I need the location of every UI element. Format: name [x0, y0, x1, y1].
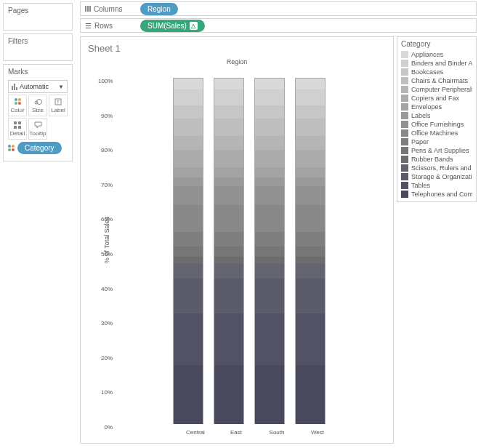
bar-segment[interactable]: [296, 205, 325, 232]
bar-segment[interactable]: [255, 79, 284, 89]
bar-segment[interactable]: [296, 177, 325, 186]
bar-segment[interactable]: [174, 205, 203, 232]
bar-segment[interactable]: [296, 167, 325, 177]
marks-label-button[interactable]: T Label: [49, 95, 68, 116]
bar-segment[interactable]: [296, 150, 325, 167]
columns-shelf[interactable]: Columns Region: [80, 1, 477, 16]
legend-item[interactable]: Envelopes: [401, 103, 472, 111]
bar-segment[interactable]: [255, 365, 284, 424]
bar-segment[interactable]: [296, 257, 325, 264]
legend-item[interactable]: Paper: [401, 137, 472, 146]
bar-segment[interactable]: [174, 257, 203, 264]
bar-segment[interactable]: [174, 136, 203, 150]
marks-color-pill[interactable]: Category: [8, 142, 68, 154]
bar-segment[interactable]: [255, 119, 284, 137]
bar-segment[interactable]: [255, 232, 284, 247]
mark-type-select[interactable]: Automatic ▼: [8, 80, 68, 93]
marks-tooltip-button[interactable]: Tooltip: [28, 118, 47, 140]
bar-segment[interactable]: [174, 279, 203, 313]
legend-item[interactable]: Office Furnishings: [401, 120, 472, 129]
bar-segment[interactable]: [214, 105, 243, 119]
bar-segment[interactable]: [214, 365, 243, 424]
bar-segment[interactable]: [296, 186, 325, 205]
stacked-bar[interactable]: [214, 78, 244, 424]
bar-segment[interactable]: [214, 247, 243, 256]
bar-segment[interactable]: [174, 232, 203, 247]
bar-segment[interactable]: [296, 247, 325, 256]
bar-segment[interactable]: [214, 205, 243, 232]
bar-segment[interactable]: [255, 105, 284, 119]
bar-segment[interactable]: [174, 105, 203, 119]
bar-segment[interactable]: [255, 177, 284, 186]
bar-segment[interactable]: [296, 232, 325, 247]
legend-item[interactable]: Scissors, Rulers and ..: [401, 164, 472, 172]
bar-segment[interactable]: [214, 150, 243, 167]
filters-shelf[interactable]: Filters: [3, 33, 73, 61]
bar-segment[interactable]: [296, 89, 325, 105]
rows-pill[interactable]: SUM(Sales) △: [140, 20, 205, 32]
bar-segment[interactable]: [174, 177, 203, 186]
legend-item[interactable]: Bookcases: [401, 68, 472, 76]
bar-segment[interactable]: [174, 89, 203, 105]
bar-segment[interactable]: [255, 186, 284, 205]
bar-segment[interactable]: [174, 167, 203, 177]
bar-segment[interactable]: [214, 313, 243, 365]
bar-segment[interactable]: [255, 313, 284, 365]
chart-plot-area[interactable]: [114, 78, 384, 424]
bar-segment[interactable]: [296, 119, 325, 137]
bar-segment[interactable]: [255, 247, 284, 256]
bar-segment[interactable]: [255, 150, 284, 167]
stacked-bar[interactable]: [254, 78, 285, 424]
columns-pill[interactable]: Region: [140, 3, 178, 15]
bar-segment[interactable]: [174, 365, 203, 424]
bar-segment[interactable]: [214, 186, 243, 205]
bar-segment[interactable]: [296, 313, 325, 365]
marks-color-button[interactable]: Color: [8, 95, 27, 116]
rows-shelf[interactable]: ☰ Rows SUM(Sales) △: [80, 18, 477, 33]
bar-segment[interactable]: [214, 279, 243, 313]
legend-item[interactable]: Pens & Art Supplies: [401, 146, 472, 155]
bar-segment[interactable]: [174, 313, 203, 365]
bar-segment[interactable]: [296, 365, 325, 424]
legend-item[interactable]: Appliances: [401, 50, 472, 59]
bar-segment[interactable]: [214, 119, 243, 137]
bar-segment[interactable]: [214, 232, 243, 247]
legend-item[interactable]: Telephones and Com..: [401, 190, 472, 199]
bar-segment[interactable]: [255, 279, 284, 313]
bar-segment[interactable]: [214, 177, 243, 186]
legend-item[interactable]: Labels: [401, 111, 472, 120]
legend-item[interactable]: Office Machines: [401, 129, 472, 137]
bar-segment[interactable]: [174, 263, 203, 279]
stacked-bar[interactable]: [295, 78, 326, 424]
bar-segment[interactable]: [296, 136, 325, 150]
color-legend[interactable]: Category AppliancesBinders and Binder A.…: [397, 36, 477, 202]
bar-segment[interactable]: [296, 79, 325, 89]
bar-segment[interactable]: [255, 263, 284, 279]
bar-segment[interactable]: [214, 167, 243, 177]
bar-segment[interactable]: [255, 89, 284, 105]
legend-item[interactable]: Rubber Bands: [401, 155, 472, 164]
stacked-bar[interactable]: [173, 78, 203, 424]
bar-segment[interactable]: [214, 136, 243, 150]
bar-segment[interactable]: [174, 186, 203, 205]
bar-segment[interactable]: [255, 257, 284, 264]
legend-item[interactable]: Computer Peripherals: [401, 85, 472, 94]
bar-segment[interactable]: [174, 247, 203, 256]
bar-segment[interactable]: [255, 167, 284, 177]
bar-segment[interactable]: [296, 279, 325, 313]
bar-segment[interactable]: [174, 150, 203, 167]
bar-segment[interactable]: [296, 263, 325, 279]
bar-segment[interactable]: [174, 79, 203, 89]
sheet-title[interactable]: Sheet 1: [81, 37, 393, 60]
bar-segment[interactable]: [296, 105, 325, 119]
bar-segment[interactable]: [174, 119, 203, 137]
legend-item[interactable]: Storage & Organizati..: [401, 172, 472, 181]
pages-shelf[interactable]: Pages: [3, 3, 73, 31]
bar-segment[interactable]: [255, 205, 284, 232]
marks-size-button[interactable]: Size: [28, 95, 47, 116]
legend-item[interactable]: Copiers and Fax: [401, 94, 472, 103]
legend-item[interactable]: Chairs & Chairmats: [401, 76, 472, 85]
legend-item[interactable]: Tables: [401, 181, 472, 190]
marks-detail-button[interactable]: Detail: [8, 118, 27, 140]
bar-segment[interactable]: [214, 257, 243, 264]
